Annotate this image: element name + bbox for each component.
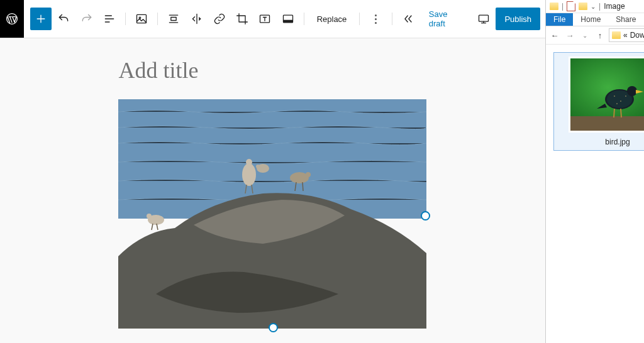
title-separator: | [599,2,601,11]
post-title-input[interactable]: Add title [118,57,426,84]
svg-point-25 [616,103,618,104]
text-overlay-button[interactable] [254,8,275,30]
replace-button[interactable]: Replace [309,8,355,30]
image-block[interactable] [118,99,426,329]
svg-rect-3 [171,18,176,21]
address-bar[interactable]: « Downloads › Image ⌄ [609,28,644,42]
ribbon-tab-file[interactable]: File [546,13,573,26]
collapse-toolbar-button[interactable] [397,8,419,30]
align-button[interactable] [163,8,184,30]
thumbnail-image [569,57,644,133]
publish-label: Publish [504,14,531,24]
file-thumbnail-selected[interactable]: bird.jpg [553,52,644,151]
undo-button[interactable] [53,8,74,30]
explorer-title-bar: | ⌄ | Image [546,0,644,13]
nav-recent-button[interactable]: ⌄ [579,29,591,41]
svg-point-22 [614,95,615,97]
svg-point-2 [139,17,141,18]
flip-button[interactable] [186,8,207,30]
folder-icon [579,3,587,10]
replace-label: Replace [317,14,347,24]
ribbon-tab-share[interactable]: Share [608,13,643,26]
resize-handle-bottom[interactable] [269,323,278,332]
svg-point-12 [246,159,252,165]
svg-rect-6 [283,20,292,23]
editor-canvas[interactable]: Add title [0,38,545,343]
nav-back-button[interactable]: ← [548,29,561,41]
explorer-ribbon: File Home Share View [546,13,644,26]
publish-button[interactable]: Publish [496,8,540,30]
document-icon [567,1,575,11]
link-button[interactable] [209,8,230,30]
image-block-icon[interactable] [131,8,152,30]
title-separator: | [562,2,564,11]
save-draft-button[interactable]: Save draft [421,8,472,30]
svg-point-24 [625,95,626,97]
preview-button[interactable] [473,8,494,30]
redo-button[interactable] [76,8,97,30]
explorer-address-row: ← → ⌄ ↑ « Downloads › Image ⌄ Search Ima… [546,26,644,45]
folder-icon [550,3,558,10]
editor-pane: Replace Save draft Publish Add title [0,0,545,343]
quick-access-dropdown[interactable]: ⌄ [591,3,596,10]
nav-up-button[interactable]: ↑ [594,29,606,41]
explorer-window-title: Image [604,2,625,11]
svg-rect-7 [479,15,489,21]
crop-button[interactable] [231,8,253,30]
editor-toolbar: Replace Save draft Publish [0,0,545,38]
svg-point-16 [306,172,311,177]
path-prefix: « [623,31,628,40]
more-options-button[interactable] [365,8,386,30]
save-draft-label: Save draft [429,9,464,28]
svg-point-11 [242,163,256,186]
ribbon-tab-home[interactable]: Home [573,13,608,26]
svg-point-10 [147,214,152,219]
svg-point-14 [256,165,260,168]
nav-forward-button[interactable]: → [564,29,576,41]
svg-point-21 [627,86,637,96]
hero-image [118,99,426,329]
path-segment[interactable]: Downloads [630,31,644,40]
outline-button[interactable] [99,8,120,30]
file-explorer: | ⌄ | Image File Home Share View ← → ⌄ ↑… [545,0,644,343]
folder-icon [612,31,621,39]
file-name-label: bird.jpg [605,138,630,146]
duotone-button[interactable] [277,8,298,30]
svg-rect-1 [137,14,147,23]
file-pane[interactable]: bird.jpg [546,45,644,343]
svg-point-23 [620,101,621,102]
svg-rect-18 [570,116,644,131]
resize-handle-right[interactable] [421,211,430,220]
wordpress-logo[interactable] [0,0,24,38]
add-block-button[interactable] [30,8,52,30]
